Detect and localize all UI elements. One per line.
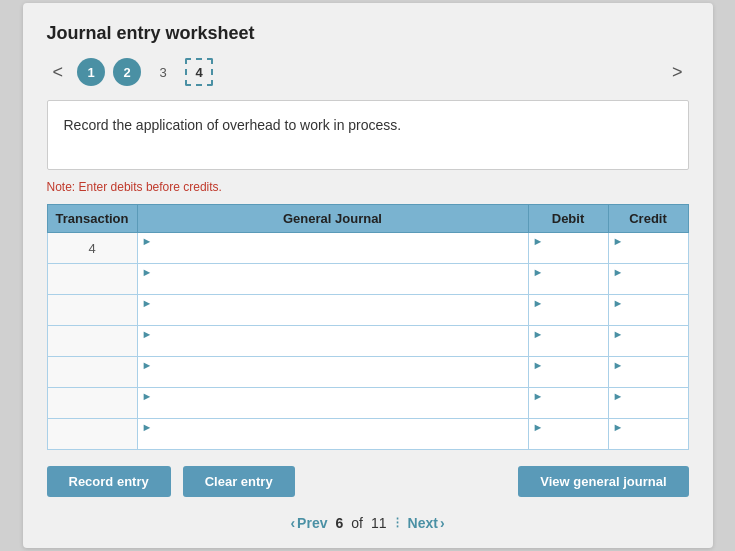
- general-journal-input[interactable]: [142, 310, 524, 325]
- general-journal-input[interactable]: [142, 248, 524, 263]
- main-card: Journal entry worksheet < 1 2 3 4 > Reco…: [23, 3, 713, 548]
- credit-input[interactable]: [613, 279, 684, 294]
- debit-cell[interactable]: ►: [528, 326, 608, 357]
- general-journal-input[interactable]: [142, 372, 524, 387]
- step-3[interactable]: 3: [149, 58, 177, 86]
- debit-input[interactable]: [533, 434, 604, 449]
- debit-cell[interactable]: ►: [528, 419, 608, 450]
- credit-cell[interactable]: ►: [608, 264, 688, 295]
- debit-input[interactable]: [533, 403, 604, 418]
- transaction-cell: [47, 295, 137, 326]
- debit-input[interactable]: [533, 248, 604, 263]
- general-journal-cell[interactable]: ►: [137, 388, 528, 419]
- action-buttons: Record entry Clear entry View general jo…: [47, 466, 689, 497]
- transaction-cell: [47, 357, 137, 388]
- debit-input[interactable]: [533, 310, 604, 325]
- credit-arrow-icon: ►: [613, 421, 624, 433]
- general-journal-cell[interactable]: ►: [137, 326, 528, 357]
- row-arrow-icon: ►: [142, 328, 153, 340]
- col-general-journal: General Journal: [137, 205, 528, 233]
- transaction-cell: [47, 264, 137, 295]
- debit-arrow-icon: ►: [533, 266, 544, 278]
- grid-icon[interactable]: ⁝: [395, 513, 400, 532]
- table-row: ►►►: [47, 388, 688, 419]
- debit-arrow-icon: ►: [533, 359, 544, 371]
- record-entry-button[interactable]: Record entry: [47, 466, 171, 497]
- credit-cell[interactable]: ►: [608, 295, 688, 326]
- credit-cell[interactable]: ►: [608, 233, 688, 264]
- debit-arrow-icon: ►: [533, 297, 544, 309]
- debit-cell[interactable]: ►: [528, 295, 608, 326]
- debit-input[interactable]: [533, 279, 604, 294]
- row-arrow-icon: ►: [142, 390, 153, 402]
- step-4-active[interactable]: 4: [185, 58, 213, 86]
- pagination: ‹ Prev 6 of 11 ⁝ Next ›: [47, 513, 689, 532]
- debit-cell[interactable]: ►: [528, 388, 608, 419]
- row-arrow-icon: ►: [142, 235, 153, 247]
- step-2[interactable]: 2: [113, 58, 141, 86]
- credit-cell[interactable]: ►: [608, 388, 688, 419]
- description-text: Record the application of overhead to wo…: [64, 117, 402, 133]
- table-row: ►►►: [47, 264, 688, 295]
- view-general-journal-button[interactable]: View general journal: [518, 466, 688, 497]
- credit-input[interactable]: [613, 434, 684, 449]
- page-current: 6: [335, 515, 343, 531]
- transaction-cell: [47, 419, 137, 450]
- debit-arrow-icon: ►: [533, 235, 544, 247]
- table-row: ►►►: [47, 295, 688, 326]
- table-row: 4►►►: [47, 233, 688, 264]
- general-journal-cell[interactable]: ►: [137, 264, 528, 295]
- table-row: ►►►: [47, 357, 688, 388]
- nav-next-arrow[interactable]: >: [666, 60, 689, 85]
- credit-cell[interactable]: ►: [608, 357, 688, 388]
- next-arrow-icon: ›: [440, 515, 445, 531]
- debit-cell[interactable]: ►: [528, 357, 608, 388]
- prev-label: Prev: [297, 515, 327, 531]
- debit-arrow-icon: ►: [533, 421, 544, 433]
- credit-input[interactable]: [613, 341, 684, 356]
- nav-prev-arrow[interactable]: <: [47, 60, 70, 85]
- step-1[interactable]: 1: [77, 58, 105, 86]
- page-of: of: [351, 515, 363, 531]
- debit-arrow-icon: ►: [533, 390, 544, 402]
- general-journal-cell[interactable]: ►: [137, 233, 528, 264]
- journal-table: Transaction General Journal Debit Credit…: [47, 204, 689, 450]
- col-transaction: Transaction: [47, 205, 137, 233]
- general-journal-cell[interactable]: ►: [137, 295, 528, 326]
- debit-cell[interactable]: ►: [528, 233, 608, 264]
- transaction-cell: [47, 388, 137, 419]
- step-navigation: < 1 2 3 4 >: [47, 58, 689, 86]
- next-label: Next: [408, 515, 438, 531]
- row-arrow-icon: ►: [142, 359, 153, 371]
- debit-input[interactable]: [533, 372, 604, 387]
- description-box: Record the application of overhead to wo…: [47, 100, 689, 170]
- credit-input[interactable]: [613, 372, 684, 387]
- debit-cell[interactable]: ►: [528, 264, 608, 295]
- general-journal-input[interactable]: [142, 279, 524, 294]
- credit-input[interactable]: [613, 403, 684, 418]
- prev-page-link[interactable]: ‹ Prev: [290, 515, 327, 531]
- debit-arrow-icon: ►: [533, 328, 544, 340]
- page-title: Journal entry worksheet: [47, 23, 689, 44]
- general-journal-input[interactable]: [142, 434, 524, 449]
- clear-entry-button[interactable]: Clear entry: [183, 466, 295, 497]
- general-journal-input[interactable]: [142, 403, 524, 418]
- credit-cell[interactable]: ►: [608, 419, 688, 450]
- credit-arrow-icon: ►: [613, 328, 624, 340]
- row-arrow-icon: ►: [142, 266, 153, 278]
- row-arrow-icon: ►: [142, 421, 153, 433]
- credit-input[interactable]: [613, 248, 684, 263]
- debit-input[interactable]: [533, 341, 604, 356]
- general-journal-input[interactable]: [142, 341, 524, 356]
- row-arrow-icon: ►: [142, 297, 153, 309]
- credit-arrow-icon: ►: [613, 390, 624, 402]
- general-journal-cell[interactable]: ►: [137, 419, 528, 450]
- next-page-link[interactable]: Next ›: [408, 515, 445, 531]
- general-journal-cell[interactable]: ►: [137, 357, 528, 388]
- credit-cell[interactable]: ►: [608, 326, 688, 357]
- prev-arrow-icon: ‹: [290, 515, 295, 531]
- credit-input[interactable]: [613, 310, 684, 325]
- col-credit: Credit: [608, 205, 688, 233]
- note-text: Note: Enter debits before credits.: [47, 180, 689, 194]
- transaction-cell: 4: [47, 233, 137, 264]
